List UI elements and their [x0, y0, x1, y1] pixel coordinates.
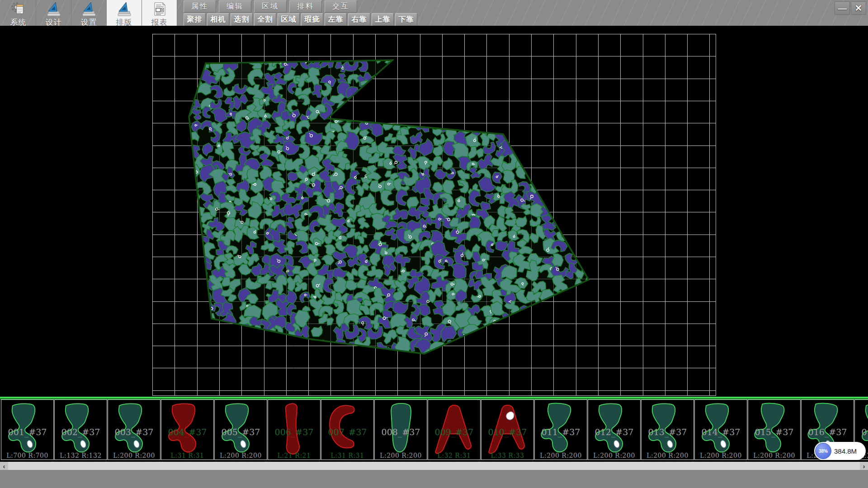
part-thumbnail[interactable]: 013_#37L:200 R:200 [641, 399, 694, 460]
tool-button-row: 聚排相机选割全割区域瑕疵左靠右靠上靠下靠 [184, 13, 419, 26]
tool-button-cut-all[interactable]: 全割 [254, 13, 276, 26]
gear-document-icon [11, 1, 26, 17]
parts-strip: 001_#37L:700 R:700002_#37L:132 R:132003_… [0, 399, 868, 462]
part-count-label: L:200 R:200 [642, 452, 693, 459]
nesting-canvas[interactable] [0, 26, 868, 397]
part-count-label: L:200 R:200 [695, 452, 747, 459]
module-tabs: 系统设计设置排版报表 [1, 0, 177, 26]
part-thumbnail[interactable]: 001_#37L:700 R:700 [1, 399, 54, 460]
menu-item-properties[interactable]: 属性 [184, 0, 216, 13]
part-thumbnail[interactable]: 011_#37L:200 R:200 [534, 399, 587, 460]
status-badge: 38% 384.8M [814, 442, 866, 460]
tool-button-region[interactable]: 区域 [278, 13, 300, 26]
tool-button-align-top[interactable]: 上靠 [372, 13, 394, 26]
part-thumbnail[interactable]: 012_#37L:200 R:200 [588, 399, 641, 460]
part-thumbnail[interactable]: 002_#37L:132 R:132 [54, 399, 107, 460]
part-thumbnail[interactable]: 014_#37L:200 R:200 [694, 399, 747, 460]
part-count-label: L:200 R:200 [375, 452, 427, 459]
part-thumbnail[interactable]: 006_#37L:21 R:21 [268, 399, 321, 460]
tab-design[interactable]: 设计 [36, 0, 71, 26]
progress-percent-badge: 38% [815, 443, 831, 459]
part-count-label: L:132 R:132 [55, 452, 107, 459]
part-name: 004_#37 [161, 427, 213, 437]
part-name: 006_#37 [268, 427, 320, 437]
part-count-label: L:200 R:200 [108, 452, 160, 459]
part-name: 017_#37 [855, 427, 868, 437]
tool-button-defect[interactable]: 瑕疵 [301, 13, 323, 26]
part-name: 008_#37 [375, 427, 427, 437]
scrollbar-track[interactable] [8, 462, 860, 470]
part-thumbnail[interactable]: 008_#37L:200 R:200 [374, 399, 427, 460]
part-thumbnail[interactable]: 003_#37L:200 R:200 [108, 399, 160, 460]
part-thumbnail[interactable]: 005_#37L:200 R:200 [214, 399, 267, 460]
tab-report[interactable]: 报表 [142, 0, 177, 26]
part-thumbnail[interactable]: 004_#37L:31 R:31 [161, 399, 214, 460]
part-count-label: L:31 R:31 [161, 452, 213, 459]
menu-item-edit[interactable]: 编辑 [219, 0, 251, 13]
menu-item-nesting[interactable]: 排料 [289, 0, 322, 13]
menu-item-interact[interactable]: 交互 [325, 0, 357, 13]
memory-usage-label: 384.8M [834, 442, 857, 460]
report-document-icon [152, 1, 167, 17]
part-count-label: L:200 R:200 [748, 452, 800, 459]
part-name: 009_#37 [428, 427, 480, 437]
part-name: 007_#37 [321, 427, 373, 437]
part-count-label: L:200 R:200 [588, 452, 640, 459]
part-name: 003_#37 [108, 427, 160, 437]
close-button[interactable]: ✕ [851, 1, 866, 15]
window-controls: — ✕ [834, 1, 866, 15]
part-name: 013_#37 [642, 427, 693, 437]
part-name: 012_#37 [588, 427, 640, 437]
tool-button-cluster-nest[interactable]: 聚排 [184, 13, 206, 26]
tab-system[interactable]: 系统 [1, 0, 36, 26]
part-name: 010_#37 [481, 427, 533, 437]
scroll-right-arrow-icon[interactable]: › [860, 462, 868, 470]
tool-button-align-bottom[interactable]: 下靠 [395, 13, 417, 26]
part-count-label: L:700 R:700 [1, 452, 53, 459]
part-count-label: L:200 R:200 [535, 452, 587, 459]
horizontal-scrollbar: ‹ › [0, 462, 868, 470]
set-square-icon [81, 1, 97, 17]
titlebar-toolbar: 系统设计设置排版报表 属性编辑区域排料交互 聚排相机选割全割区域瑕疵左靠右靠上靠… [0, 0, 868, 26]
part-thumbnail[interactable]: 015_#37L:200 R:200 [748, 399, 801, 460]
part-count-label: L:200 R:200 [215, 452, 267, 459]
bottom-status-area [0, 470, 868, 488]
menu-bar: 属性编辑区域排料交互 [184, 0, 360, 13]
tab-settings[interactable]: 设置 [71, 0, 107, 26]
part-name: 014_#37 [695, 427, 747, 437]
tool-button-select-cut[interactable]: 选割 [231, 13, 253, 26]
application-window: 系统设计设置排版报表 属性编辑区域排料交互 聚排相机选割全割区域瑕疵左靠右靠上靠… [0, 0, 868, 488]
part-count-label: L:33 R:33 [481, 452, 533, 459]
part-count-label: L:32 R:31 [428, 452, 480, 459]
tab-nesting[interactable]: 排版 [107, 0, 142, 26]
part-name: 016_#37 [802, 427, 854, 437]
set-square-icon [46, 1, 61, 17]
scroll-left-arrow-icon[interactable]: ‹ [0, 462, 8, 470]
part-name: 015_#37 [748, 427, 800, 437]
part-thumbnail[interactable]: 007_#37L:31 R:31 [321, 399, 374, 460]
part-count-label: L:31 R:31 [321, 452, 373, 459]
part-thumbnail[interactable]: 009_#37L:32 R:31 [428, 399, 481, 460]
part-name: 011_#37 [535, 427, 587, 437]
part-count-label: L:21 R:21 [268, 452, 320, 459]
tool-button-camera[interactable]: 相机 [207, 13, 229, 26]
part-name: 002_#37 [55, 427, 107, 437]
tool-button-align-right[interactable]: 右靠 [348, 13, 370, 26]
minimize-button[interactable]: — [835, 1, 850, 15]
tool-button-align-left[interactable]: 左靠 [325, 13, 347, 26]
part-thumbnail[interactable]: 010_#37L:33 R:33 [481, 399, 534, 460]
part-name: 001_#37 [1, 427, 53, 437]
menu-item-region[interactable]: 区域 [254, 0, 287, 13]
part-name: 005_#37 [215, 427, 267, 437]
set-square-icon [117, 1, 132, 17]
